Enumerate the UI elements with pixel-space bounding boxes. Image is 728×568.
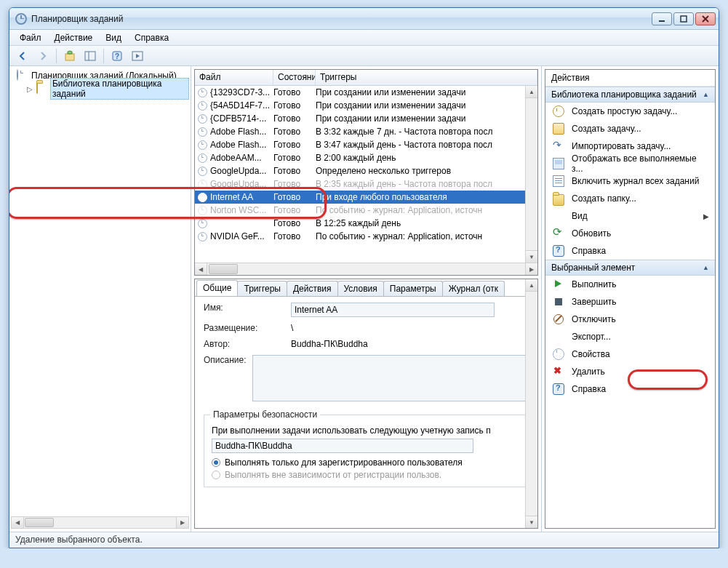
task-row[interactable]: ГотовоВ 12:25 каждый день <box>195 217 537 230</box>
task-row[interactable]: NVIDIA GeF...ГотовоПо событию - журнал: … <box>195 230 537 243</box>
task-icon <box>553 123 564 135</box>
tabs: Общие Триггеры Действия Условия Параметр… <box>195 279 537 297</box>
action-disable[interactable]: Отключить <box>545 311 715 328</box>
task-list: Файл Состояние Триггеры {13293CD7-3...Го… <box>194 69 538 276</box>
tab-triggers[interactable]: Триггеры <box>237 281 287 296</box>
help-icon <box>553 245 564 257</box>
security-group: Параметры безопасности При выполнении за… <box>204 415 529 487</box>
menu-view[interactable]: Вид <box>100 31 127 44</box>
menu-action[interactable]: Действие <box>49 31 99 44</box>
task-row[interactable]: Adobe Flash...ГотовоВ 3:47 каждый день -… <box>195 138 537 151</box>
col-state[interactable]: Состояние <box>273 70 316 85</box>
action-help-sel[interactable]: Справка <box>545 380 715 398</box>
up-button[interactable] <box>61 48 79 64</box>
field-account: Buddha-ПК\Buddha <box>212 439 473 453</box>
detail-panel: Общие Триггеры Действия Условия Параметр… <box>194 279 538 529</box>
clock-icon <box>198 127 207 137</box>
svg-rect-0 <box>659 20 665 22</box>
blank-icon <box>553 210 564 222</box>
clock-icon <box>198 101 207 111</box>
list-vscroll[interactable]: ▲▼ <box>525 86 537 263</box>
tree-panel: Планировщик заданий (Локальный) ▷ Библио… <box>9 66 191 532</box>
window-icon <box>553 158 564 169</box>
field-name[interactable]: Internet AA <box>291 303 495 317</box>
menu-help[interactable]: Справка <box>129 31 175 44</box>
action-end[interactable]: Завершить <box>545 293 715 311</box>
col-triggers[interactable]: Триггеры <box>316 70 537 85</box>
tab-actions[interactable]: Действия <box>287 281 338 296</box>
back-button[interactable] <box>14 48 31 64</box>
action-help[interactable]: Справка <box>545 242 715 260</box>
col-file[interactable]: Файл <box>195 70 273 85</box>
action-view[interactable]: Вид▶ <box>545 207 715 225</box>
tab-conditions[interactable]: Условия <box>337 281 384 296</box>
clock-icon <box>553 105 564 117</box>
action-import[interactable]: Импортировать задачу... <box>545 137 715 155</box>
folder-icon <box>36 82 38 94</box>
task-row[interactable]: Internet AAГотовоПри входе любого пользо… <box>195 191 537 204</box>
action-create-task[interactable]: Создать задачу... <box>545 120 715 137</box>
run-button[interactable] <box>129 48 146 64</box>
action-new-folder[interactable]: Создать папку... <box>545 190 715 207</box>
task-row[interactable]: GoogleUpda...ГотовоВ 2:35 каждый день - … <box>195 177 537 191</box>
task-row[interactable]: {CDFB5714-...ГотовоПри создании или изме… <box>195 112 537 125</box>
close-button[interactable] <box>695 12 716 25</box>
field-description[interactable] <box>252 355 529 401</box>
clock-icon <box>198 232 207 241</box>
tab-body-general: Имя: Internet AA Размещение: \ Автор: Bu… <box>195 297 537 528</box>
task-row[interactable]: AdobeAAM...ГотовоВ 2:00 каждый день <box>195 151 537 164</box>
maximize-button[interactable] <box>673 12 694 25</box>
minimize-button[interactable] <box>652 12 672 25</box>
statusbar: Удаление выбранного объекта. <box>9 532 719 548</box>
tree-hscroll[interactable]: ◀▶ <box>11 516 189 529</box>
task-row[interactable]: GoogleUpda...ГотовоОпределено несколько … <box>195 164 537 177</box>
toolbar: ? <box>9 46 719 66</box>
actions-section-library[interactable]: Библиотека планировщика заданий▲ <box>545 87 715 103</box>
tab-settings[interactable]: Параметры <box>383 281 443 296</box>
delete-icon <box>553 366 564 377</box>
help-button[interactable]: ? <box>108 48 126 64</box>
forward-button[interactable] <box>34 48 52 64</box>
action-create-basic[interactable]: Создать простую задачу... <box>545 103 715 120</box>
task-row[interactable]: Adobe Flash...ГотовоВ 3:32 каждые 7 дн. … <box>195 125 537 138</box>
action-delete[interactable]: Удалить <box>545 363 715 380</box>
svg-rect-1 <box>681 16 687 22</box>
detail-vscroll[interactable]: ▲▼ <box>525 279 537 528</box>
log-icon <box>553 175 564 187</box>
radio-any: Выполнять вне зависимости от регистрации… <box>212 470 521 480</box>
clock-icon <box>198 88 207 97</box>
task-row[interactable]: {13293CD7-3...ГотовоПри создании или изм… <box>195 86 537 99</box>
window-title: Планировщик заданий <box>31 14 123 24</box>
svg-rect-3 <box>85 52 95 60</box>
value-location: \ <box>291 323 529 333</box>
task-row[interactable]: {54A5D14F-7...ГотовоПри создании или изм… <box>195 99 537 112</box>
panel-button[interactable] <box>81 48 99 64</box>
menu-file[interactable]: Файл <box>14 31 47 44</box>
clock-icon <box>198 153 207 163</box>
center-panel: Файл Состояние Триггеры {13293CD7-3...Го… <box>191 66 542 532</box>
action-show-running[interactable]: Отображать все выполняемые з... <box>545 155 715 172</box>
clock-icon <box>198 206 207 215</box>
label-author: Автор: <box>204 339 291 349</box>
help-icon <box>553 383 564 395</box>
expand-icon[interactable]: ▷ <box>25 85 33 93</box>
task-row[interactable]: Norton WSC...ГотовоПо событию - журнал: … <box>195 204 537 217</box>
action-enable-log[interactable]: Включить журнал всех заданий <box>545 172 715 190</box>
list-hscroll[interactable]: ◀▶ <box>195 263 537 275</box>
action-export[interactable]: Экспорт... <box>545 328 715 345</box>
action-properties[interactable]: Свойства <box>545 345 715 363</box>
action-refresh[interactable]: Обновить <box>545 225 715 242</box>
tree-library[interactable]: ▷ Библиотека планировщика заданий <box>11 82 189 95</box>
play-icon <box>553 279 564 290</box>
clock-icon <box>198 180 207 189</box>
status-text: Удаление выбранного объекта. <box>15 535 143 545</box>
tab-general[interactable]: Общие <box>196 280 238 296</box>
stop-icon <box>553 296 564 308</box>
radio-logged-on[interactable]: Выполнять только для зарегистрированного… <box>212 457 521 468</box>
clock-icon <box>198 193 207 202</box>
tab-history[interactable]: Журнал (отк <box>442 281 505 296</box>
actions-section-selected[interactable]: Выбранный элемент▲ <box>545 260 715 276</box>
action-run[interactable]: Выполнить <box>545 276 715 293</box>
actions-header: Действия <box>545 70 715 87</box>
clock-icon <box>198 167 207 176</box>
